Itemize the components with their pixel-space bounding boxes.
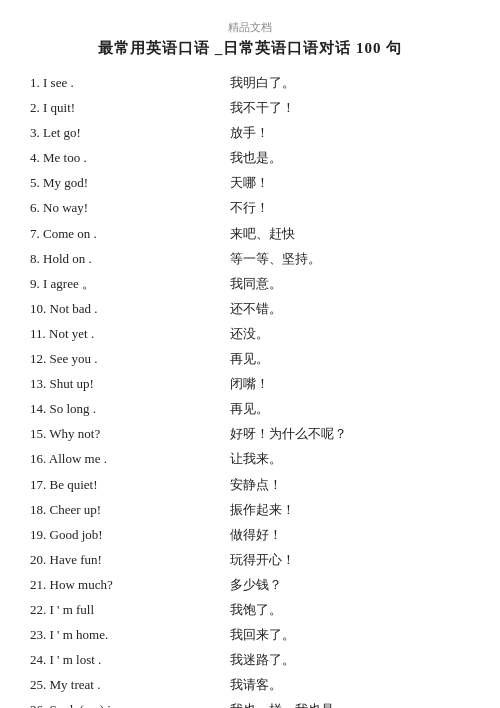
phrase-chinese: 放手！ (230, 122, 269, 144)
phrase-english: 16. Allow me . (30, 448, 230, 470)
phrase-english: 12. See you . (30, 348, 230, 370)
phrase-english: 3. Let go! (30, 122, 230, 144)
phrase-chinese: 天哪！ (230, 172, 269, 194)
phrase-list: 1. I see .我明白了。2. I quit!我不干了！3. Let go!… (30, 72, 470, 708)
list-item: 11. Not yet .还没。 (30, 323, 470, 345)
list-item: 15. Why not?好呀！为什么不呢？ (30, 423, 470, 445)
phrase-english: 24. I ' m lost . (30, 649, 230, 671)
list-item: 19. Good job!做得好！ (30, 524, 470, 546)
phrase-english: 18. Cheer up! (30, 499, 230, 521)
list-item: 7. Come on .来吧、赶快 (30, 223, 470, 245)
page: 精品文档 最常用英语口语 _日常英语口语对话 100 句 1. I see .我… (0, 0, 500, 708)
phrase-chinese: 让我来。 (230, 448, 282, 470)
phrase-english: 23. I ' m home. (30, 624, 230, 646)
phrase-chinese: 我同意。 (230, 273, 282, 295)
phrase-chinese: 振作起来！ (230, 499, 295, 521)
phrase-english: 25. My treat . (30, 674, 230, 696)
phrase-chinese: 我请客。 (230, 674, 282, 696)
list-item: 26. So do(am) i .我也一样、我也是。 (30, 699, 470, 708)
phrase-english: 7. Come on . (30, 223, 230, 245)
phrase-english: 1. I see . (30, 72, 230, 94)
phrase-chinese: 做得好！ (230, 524, 282, 546)
list-item: 1. I see .我明白了。 (30, 72, 470, 94)
list-item: 6. No way!不行！ (30, 197, 470, 219)
list-item: 22. I ' m full我饱了。 (30, 599, 470, 621)
phrase-chinese: 还不错。 (230, 298, 282, 320)
phrase-english: 10. Not bad . (30, 298, 230, 320)
phrase-english: 2. I quit! (30, 97, 230, 119)
phrase-english: 22. I ' m full (30, 599, 230, 621)
phrase-english: 20. Have fun! (30, 549, 230, 571)
phrase-chinese: 等一等、坚持。 (230, 248, 321, 270)
phrase-english: 17. Be quiet! (30, 474, 230, 496)
list-item: 23. I ' m home.我回来了。 (30, 624, 470, 646)
phrase-chinese: 不行！ (230, 197, 269, 219)
list-item: 14. So long .再见。 (30, 398, 470, 420)
list-item: 25. My treat .我请客。 (30, 674, 470, 696)
list-item: 16. Allow me .让我来。 (30, 448, 470, 470)
phrase-chinese: 再见。 (230, 398, 269, 420)
list-item: 13. Shut up!闭嘴！ (30, 373, 470, 395)
phrase-english: 19. Good job! (30, 524, 230, 546)
phrase-chinese: 我回来了。 (230, 624, 295, 646)
phrase-chinese: 我也是。 (230, 147, 282, 169)
list-item: 21. How much?多少钱？ (30, 574, 470, 596)
phrase-english: 4. Me too . (30, 147, 230, 169)
phrase-english: 15. Why not? (30, 423, 230, 445)
phrase-english: 26. So do(am) i . (30, 699, 230, 708)
phrase-chinese: 玩得开心！ (230, 549, 295, 571)
phrase-chinese: 安静点！ (230, 474, 282, 496)
list-item: 8. Hold on .等一等、坚持。 (30, 248, 470, 270)
page-title: 最常用英语口语 _日常英语口语对话 100 句 (30, 39, 470, 58)
list-item: 17. Be quiet!安静点！ (30, 474, 470, 496)
top-label: 精品文档 (30, 20, 470, 35)
phrase-chinese: 多少钱？ (230, 574, 282, 596)
phrase-chinese: 来吧、赶快 (230, 223, 295, 245)
phrase-chinese: 我不干了！ (230, 97, 295, 119)
phrase-english: 21. How much? (30, 574, 230, 596)
phrase-chinese: 我迷路了。 (230, 649, 295, 671)
phrase-english: 5. My god! (30, 172, 230, 194)
phrase-english: 14. So long . (30, 398, 230, 420)
list-item: 5. My god!天哪！ (30, 172, 470, 194)
phrase-english: 13. Shut up! (30, 373, 230, 395)
list-item: 4. Me too .我也是。 (30, 147, 470, 169)
list-item: 9. I agree 。我同意。 (30, 273, 470, 295)
list-item: 20. Have fun!玩得开心！ (30, 549, 470, 571)
phrase-english: 9. I agree 。 (30, 273, 230, 295)
list-item: 12. See you .再见。 (30, 348, 470, 370)
list-item: 10. Not bad .还不错。 (30, 298, 470, 320)
phrase-chinese: 闭嘴！ (230, 373, 269, 395)
phrase-chinese: 再见。 (230, 348, 269, 370)
phrase-chinese: 还没。 (230, 323, 269, 345)
phrase-chinese: 我也一样、我也是。 (230, 699, 347, 708)
list-item: 2. I quit!我不干了！ (30, 97, 470, 119)
list-item: 3. Let go!放手！ (30, 122, 470, 144)
phrase-english: 11. Not yet . (30, 323, 230, 345)
phrase-chinese: 我明白了。 (230, 72, 295, 94)
phrase-english: 6. No way! (30, 197, 230, 219)
list-item: 18. Cheer up!振作起来！ (30, 499, 470, 521)
list-item: 24. I ' m lost .我迷路了。 (30, 649, 470, 671)
phrase-chinese: 好呀！为什么不呢？ (230, 423, 347, 445)
phrase-english: 8. Hold on . (30, 248, 230, 270)
phrase-chinese: 我饱了。 (230, 599, 282, 621)
